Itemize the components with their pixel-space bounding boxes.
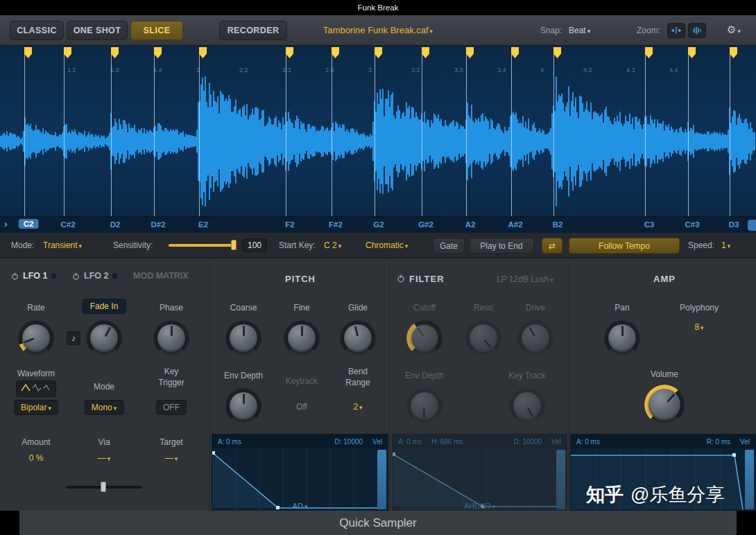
slice-marker-flag[interactable] bbox=[422, 47, 429, 58]
attack-value[interactable]: A: 0 ms bbox=[576, 438, 600, 446]
slice-marker-flag[interactable] bbox=[511, 47, 519, 58]
via-select[interactable]: —▾ bbox=[98, 453, 111, 463]
pitch-envelope-display[interactable]: A: 0 ms D: 10000 Vel AD▾ bbox=[212, 434, 388, 511]
tab-mod-matrix[interactable]: MOD MATRIX bbox=[133, 271, 189, 281]
key-label-A2[interactable]: A2 bbox=[465, 220, 476, 229]
play-to-end-button[interactable]: Play to End bbox=[469, 238, 534, 254]
coarse-knob[interactable] bbox=[225, 320, 261, 356]
slice-marker-flag[interactable] bbox=[332, 47, 339, 58]
key-label-G2[interactable]: G2 bbox=[373, 220, 384, 229]
filter-env-depth-knob[interactable] bbox=[406, 388, 443, 424]
slider-handle[interactable] bbox=[101, 482, 106, 492]
slice-marker-line[interactable] bbox=[553, 47, 554, 216]
start-key-select[interactable]: C 2▾ bbox=[324, 240, 341, 250]
tab-lfo2[interactable]: LFO 2 bbox=[72, 271, 117, 281]
pitch-env-depth-knob[interactable] bbox=[225, 388, 261, 424]
amp-vel-slider[interactable] bbox=[745, 450, 754, 509]
rate-sync-button[interactable]: ♪ bbox=[67, 331, 80, 345]
volume-knob[interactable] bbox=[644, 385, 685, 425]
target-select[interactable]: —▾ bbox=[165, 453, 178, 463]
loop-mode-button[interactable]: ⇄ bbox=[542, 238, 562, 254]
slice-marker-line[interactable] bbox=[422, 47, 422, 216]
snap-select[interactable]: Beat▾ bbox=[569, 26, 590, 35]
key-label-A#2[interactable]: A#2 bbox=[508, 220, 522, 229]
slice-marker-flag[interactable] bbox=[645, 47, 653, 58]
slice-marker-line[interactable] bbox=[466, 47, 467, 216]
polyphony-select[interactable]: 8▾ bbox=[694, 322, 703, 332]
key-label-E2[interactable]: E2 bbox=[198, 220, 208, 229]
slice-marker-flag[interactable] bbox=[730, 47, 737, 58]
speed-select[interactable]: 1▾ bbox=[721, 240, 730, 250]
slice-marker-flag[interactable] bbox=[466, 47, 474, 58]
release-value[interactable]: R: 0 ms bbox=[707, 438, 730, 446]
key-label-C#3[interactable]: C#3 bbox=[685, 220, 699, 229]
pitch-envelope-graph[interactable]: AD▾ bbox=[212, 448, 388, 511]
mapping-select[interactable]: Chromatic▾ bbox=[366, 240, 408, 250]
decay-value[interactable]: D: 10000 bbox=[514, 438, 542, 446]
slice-marker-line[interactable] bbox=[511, 47, 512, 216]
filter-envelope-graph[interactable]: AHDSR▾ bbox=[393, 448, 567, 511]
slice-marker-line[interactable] bbox=[730, 47, 730, 216]
key-trigger-toggle[interactable]: OFF bbox=[156, 400, 187, 415]
fine-knob[interactable] bbox=[284, 320, 320, 356]
action-menu-button[interactable]: ⚙▾ bbox=[727, 24, 741, 36]
zoom-fit-button[interactable] bbox=[688, 23, 706, 38]
slice-marker-flag[interactable] bbox=[199, 47, 207, 58]
key-label-F#2[interactable]: F#2 bbox=[329, 220, 343, 229]
lfo-mode-select[interactable]: Mono▾ bbox=[85, 400, 124, 415]
key-label-D2[interactable]: D2 bbox=[110, 220, 121, 229]
pitch-keytrack-value[interactable]: Off bbox=[296, 402, 307, 412]
follow-tempo-button[interactable]: Follow Tempo bbox=[569, 238, 680, 254]
slice-marker-flag[interactable] bbox=[154, 47, 162, 58]
key-label-C2[interactable]: C2 bbox=[19, 219, 39, 229]
fade-in-button[interactable]: Fade In bbox=[83, 299, 126, 314]
slice-marker-line[interactable] bbox=[688, 47, 689, 216]
pitch-envelope-mode-select[interactable]: AD▾ bbox=[293, 502, 308, 510]
attack-value[interactable]: A: 0 ms bbox=[398, 438, 422, 446]
slice-marker-line[interactable] bbox=[375, 47, 375, 216]
lfo-phase-knob[interactable] bbox=[153, 320, 189, 356]
drive-knob[interactable] bbox=[517, 320, 553, 356]
key-label-G#2[interactable]: G#2 bbox=[418, 220, 433, 229]
tab-recorder[interactable]: RECORDER bbox=[219, 21, 287, 40]
lfo-waveform-selector[interactable] bbox=[16, 380, 56, 397]
key-label-C#2[interactable]: C#2 bbox=[60, 220, 75, 229]
pan-knob[interactable] bbox=[604, 320, 640, 356]
glide-knob[interactable] bbox=[340, 320, 376, 356]
slice-marker-flag[interactable] bbox=[64, 47, 71, 58]
slice-mode-select[interactable]: Transient▾ bbox=[43, 240, 82, 250]
bend-range-select[interactable]: 2▾ bbox=[353, 402, 362, 412]
sensitivity-slider[interactable] bbox=[169, 244, 235, 247]
slice-marker-line[interactable] bbox=[64, 47, 65, 216]
slice-marker-flag[interactable] bbox=[553, 47, 561, 58]
filter-envelope-display[interactable]: A: 0 ms H: 686 ms D: 10000 Vel AHDSR▾ bbox=[392, 434, 567, 511]
filter-key-track-knob[interactable] bbox=[509, 388, 545, 424]
tab-slice[interactable]: SLICE bbox=[130, 21, 183, 40]
key-label-B2[interactable]: B2 bbox=[553, 220, 563, 229]
pitch-vel-slider[interactable] bbox=[377, 450, 386, 509]
slice-marker-flag[interactable] bbox=[286, 47, 293, 58]
filter-type-select[interactable]: LP 12dB Lush▾ bbox=[497, 274, 553, 284]
slice-marker-line[interactable] bbox=[24, 47, 25, 216]
key-label-D3[interactable]: D3 bbox=[729, 220, 739, 229]
filter-envelope-mode-select[interactable]: AHDSR▾ bbox=[464, 502, 495, 510]
lfo-polarity-select[interactable]: Bipolar▾ bbox=[14, 400, 58, 415]
zoom-horizontal-button[interactable] bbox=[667, 23, 685, 38]
tab-lfo1[interactable]: LFO 1 bbox=[11, 271, 56, 281]
gate-button[interactable]: Gate bbox=[433, 238, 465, 254]
lfo-amount-slider[interactable] bbox=[66, 482, 142, 493]
slider-handle[interactable] bbox=[231, 240, 237, 250]
tab-one-shot[interactable]: ONE SHOT bbox=[67, 21, 128, 40]
key-label-F2[interactable]: F2 bbox=[285, 220, 294, 229]
slice-marker-flag[interactable] bbox=[111, 47, 119, 58]
slice-marker-flag[interactable] bbox=[375, 47, 382, 58]
sensitivity-value-box[interactable]: 100 bbox=[242, 238, 267, 252]
slice-marker-flag[interactable] bbox=[24, 47, 32, 58]
slice-marker-flag[interactable] bbox=[688, 47, 696, 58]
key-label-C3[interactable]: C3 bbox=[644, 220, 655, 229]
attack-value[interactable]: A: 0 ms bbox=[218, 438, 241, 446]
lfo-fade-knob[interactable] bbox=[86, 320, 122, 356]
slice-marker-line[interactable] bbox=[645, 47, 646, 216]
reso-knob[interactable] bbox=[465, 320, 501, 356]
filter-power-icon[interactable] bbox=[397, 274, 405, 283]
